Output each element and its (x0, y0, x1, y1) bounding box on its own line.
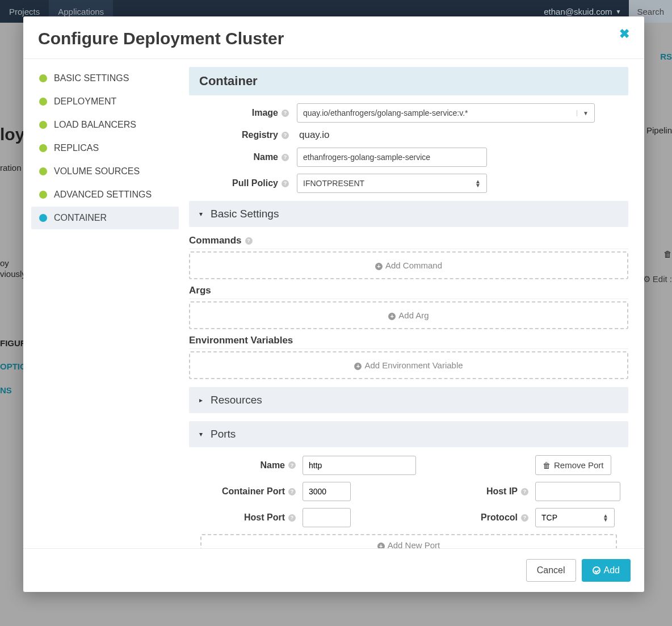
chevron-down-icon: ▾ (199, 430, 203, 438)
caret-down-icon: ▼ (616, 9, 621, 15)
sidebar-item-volume-sources[interactable]: VOLUME SOURCES (31, 160, 179, 183)
sidebar-item-label: DEPLOYMENT (54, 96, 116, 107)
close-icon[interactable]: ✖ (619, 27, 629, 41)
help-icon[interactable]: ? (245, 237, 253, 245)
modal-content: Container Image? quay.io/ethanfrogers/go… (187, 59, 644, 548)
host-ip-label: Host IP (486, 486, 518, 497)
remove-port-label: Remove Port (554, 460, 604, 470)
section-container-heading: Container (189, 67, 628, 95)
port-name-label: Name (260, 460, 285, 470)
add-command-label: Add Command (385, 261, 442, 270)
ports-heading: Ports (211, 428, 236, 440)
add-new-port-button[interactable]: +Add New Port (200, 534, 617, 548)
sidebar-item-label: BASIC SETTINGS (54, 73, 129, 83)
sidebar-item-container[interactable]: CONTAINER (31, 207, 179, 229)
plus-icon: + (388, 313, 396, 320)
args-label: Args (189, 285, 211, 296)
host-port-input[interactable] (303, 508, 351, 527)
add-button-label: Add (604, 565, 620, 575)
container-port-input[interactable] (303, 482, 351, 501)
status-dot-icon (39, 144, 47, 152)
name-label: Name (253, 152, 278, 162)
basic-settings-heading: Basic Settings (211, 208, 279, 220)
add-command-button[interactable]: +Add Command (189, 251, 628, 279)
sidebar-item-label: LOAD BALANCERS (54, 120, 136, 130)
protocol-select[interactable]: TCP▲▼ (535, 508, 615, 527)
image-value: quay.io/ethanfrogers/golang-sample-servi… (303, 108, 468, 117)
help-icon[interactable]: ? (288, 461, 296, 469)
pull-policy-value: IFNOTPRESENT (303, 179, 364, 188)
help-icon[interactable]: ? (521, 514, 528, 522)
sidebar-item-load-balancers[interactable]: LOAD BALANCERS (31, 114, 179, 136)
cancel-button[interactable]: Cancel (526, 559, 576, 582)
resources-toggle[interactable]: ▸ Resources (189, 387, 628, 413)
add-button[interactable]: Add (582, 559, 631, 582)
help-icon[interactable]: ? (282, 110, 289, 117)
add-new-port-label: Add New Port (388, 540, 440, 548)
trash-icon: 🗑 (543, 461, 551, 470)
basic-settings-toggle[interactable]: ▾ Basic Settings (189, 201, 628, 227)
sidebar-item-label: REPLICAS (54, 143, 99, 153)
image-label: Image (252, 108, 278, 118)
add-arg-button[interactable]: +Add Arg (189, 301, 628, 329)
status-dot-icon (39, 167, 47, 175)
modal-title: Configure Deployment Cluster (38, 29, 619, 48)
resources-heading: Resources (211, 394, 262, 406)
help-icon[interactable]: ? (288, 488, 296, 495)
plus-icon: + (377, 543, 385, 548)
modal-sidebar: BASIC SETTINGS DEPLOYMENT LOAD BALANCERS… (23, 59, 187, 548)
sidebar-item-replicas[interactable]: REPLICAS (31, 137, 179, 159)
protocol-value: TCP (541, 513, 557, 522)
port-name-input[interactable] (303, 456, 416, 475)
sidebar-item-basic-settings[interactable]: BASIC SETTINGS (31, 67, 179, 90)
help-icon[interactable]: ? (282, 132, 289, 139)
commands-label: Commands (189, 235, 242, 246)
chevron-right-icon: ▸ (199, 396, 203, 404)
user-email: ethan@skuid.com (544, 7, 612, 16)
chevron-down-icon: ▼ (577, 110, 589, 116)
add-arg-label: Add Arg (398, 310, 429, 320)
plus-icon: + (375, 263, 383, 270)
ports-toggle[interactable]: ▾ Ports (189, 421, 628, 447)
select-chevrons-icon: ▲▼ (603, 514, 608, 522)
status-dot-icon (39, 214, 47, 222)
sidebar-item-advanced-settings[interactable]: ADVANCED SETTINGS (31, 183, 179, 206)
help-icon[interactable]: ? (288, 514, 296, 522)
sidebar-item-deployment[interactable]: DEPLOYMENT (31, 90, 179, 113)
env-vars-label: Environment Variables (189, 335, 293, 346)
help-icon[interactable]: ? (282, 154, 289, 161)
host-ip-input[interactable] (535, 482, 620, 501)
remove-port-button[interactable]: 🗑Remove Port (535, 455, 611, 475)
sidebar-item-label: VOLUME SOURCES (54, 166, 140, 177)
chevron-down-icon: ▾ (199, 210, 203, 218)
help-icon[interactable]: ? (282, 180, 289, 187)
sidebar-item-label: CONTAINER (54, 213, 107, 223)
registry-value: quay.io (297, 129, 330, 141)
name-input[interactable] (297, 148, 487, 167)
host-port-label: Host Port (244, 512, 285, 523)
add-env-var-label: Add Environment Variable (364, 360, 463, 370)
pull-policy-select[interactable]: IFNOTPRESENT ▲▼ (297, 174, 487, 193)
image-select[interactable]: quay.io/ethanfrogers/golang-sample-servi… (297, 103, 595, 123)
container-port-label: Container Port (222, 486, 285, 497)
configure-cluster-modal: Configure Deployment Cluster ✖ BASIC SET… (23, 16, 644, 592)
status-dot-icon (39, 121, 47, 129)
status-dot-icon (39, 74, 47, 82)
help-icon[interactable]: ? (521, 488, 528, 495)
add-env-var-button[interactable]: +Add Environment Variable (189, 351, 628, 379)
plus-icon: + (354, 363, 362, 370)
select-chevrons-icon: ▲▼ (475, 179, 481, 187)
status-dot-icon (39, 98, 47, 106)
protocol-label: Protocol (481, 512, 518, 523)
registry-label: Registry (242, 130, 278, 140)
sidebar-item-label: ADVANCED SETTINGS (54, 190, 152, 200)
pull-policy-label: Pull Policy (232, 178, 278, 188)
status-dot-icon (39, 191, 47, 199)
check-circle-icon (593, 566, 600, 574)
